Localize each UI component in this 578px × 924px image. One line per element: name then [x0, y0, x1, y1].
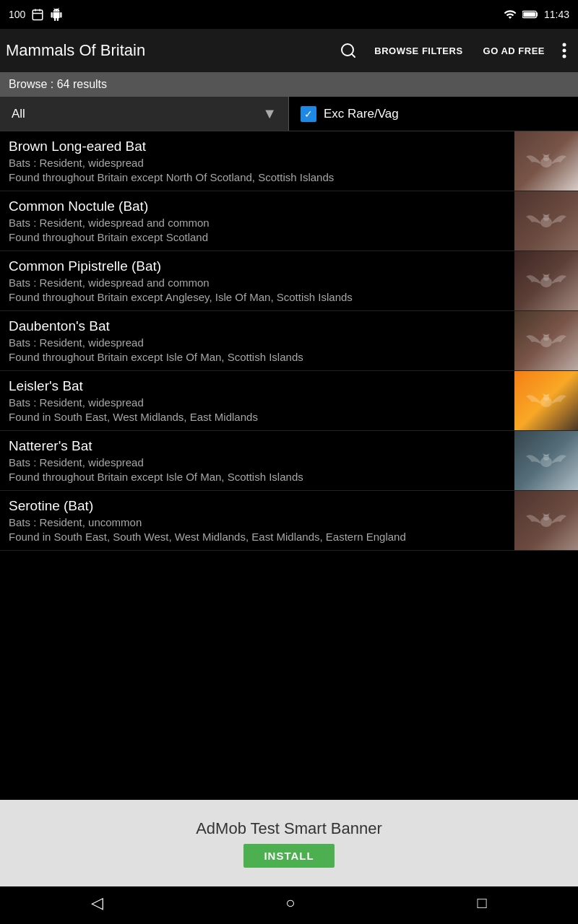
browse-bar: Browse : 64 results [0, 72, 578, 97]
animal-image [514, 191, 578, 250]
recents-button[interactable]: □ [460, 888, 504, 918]
animal-location: Found throughout Britain except North Of… [9, 171, 506, 183]
calendar-icon [31, 8, 44, 21]
more-vert-icon [562, 43, 566, 58]
status-left: 100 [9, 8, 63, 21]
animal-info: Common Pipistrelle (Bat)Bats : Resident,… [0, 251, 514, 310]
exc-rare-checkbox[interactable]: ✓ [301, 106, 316, 122]
browse-results-text: Browse : 64 results [9, 78, 107, 90]
animal-info: Natterer's BatBats : Resident, widesprea… [0, 431, 514, 490]
animal-name: Common Pipistrelle (Bat) [9, 258, 506, 274]
animal-image [514, 251, 578, 310]
animal-list-item[interactable]: Common Pipistrelle (Bat)Bats : Resident,… [0, 251, 578, 311]
animal-list-item[interactable]: Brown Long-eared BatBats : Resident, wid… [0, 131, 578, 191]
status-bar: 100 11:43 [0, 0, 578, 29]
animal-list: Brown Long-eared BatBats : Resident, wid… [0, 131, 578, 800]
install-button[interactable]: INSTALL [243, 844, 334, 868]
animal-location: Found throughout Britain except Scotland [9, 231, 506, 243]
animal-name: Natterer's Bat [9, 438, 506, 454]
animal-location: Found throughout Britain except Anglesey… [9, 291, 506, 303]
go-ad-free-button[interactable]: GO AD FREE [475, 40, 553, 62]
wifi-icon [504, 8, 517, 21]
animal-location: Found throughout Britain except Isle Of … [9, 471, 506, 483]
more-options-button[interactable] [556, 37, 572, 64]
animal-info: Leisler's BatBats : Resident, widespread… [0, 371, 514, 430]
animal-info: Common Noctule (Bat)Bats : Resident, wid… [0, 191, 514, 250]
category-dropdown[interactable]: All ▼ [0, 97, 289, 131]
animal-image [514, 491, 578, 550]
browse-filters-button[interactable]: BROWSE FILTERS [366, 40, 471, 62]
chevron-down-icon: ▼ [262, 105, 277, 122]
animal-list-item[interactable]: Daubenton's BatBats : Resident, widespre… [0, 311, 578, 371]
animal-image [514, 131, 578, 191]
exc-rare-filter[interactable]: ✓ Exc Rare/Vag [289, 97, 578, 131]
home-button[interactable]: ○ [268, 888, 312, 918]
app-bar-actions: BROWSE FILTERS GO AD FREE [334, 36, 572, 65]
animal-info: Serotine (Bat)Bats : Resident, uncommonF… [0, 491, 514, 550]
svg-rect-5 [523, 12, 535, 17]
animal-location: Found throughout Britain except Isle Of … [9, 351, 506, 363]
animal-image [514, 431, 578, 490]
animal-name: Leisler's Bat [9, 378, 506, 394]
exc-rare-label: Exc Rare/Vag [324, 107, 399, 121]
app-title: Mammals Of Britain [6, 41, 334, 60]
animal-name: Brown Long-eared Bat [9, 139, 506, 154]
battery-level: 100 [9, 9, 25, 20]
nav-bar: ◁ ○ □ [0, 886, 578, 920]
back-button[interactable]: ◁ [74, 888, 121, 918]
animal-type: Bats : Resident, uncommon [9, 516, 506, 528]
animal-info: Daubenton's BatBats : Resident, widespre… [0, 311, 514, 370]
animal-info: Brown Long-eared BatBats : Resident, wid… [0, 131, 514, 191]
android-icon [50, 8, 63, 21]
animal-list-item[interactable]: Leisler's BatBats : Resident, widespread… [0, 371, 578, 431]
animal-name: Serotine (Bat) [9, 498, 506, 514]
filter-row: All ▼ ✓ Exc Rare/Vag [0, 97, 578, 131]
dropdown-value: All [12, 107, 25, 121]
status-right: 11:43 [504, 8, 569, 21]
animal-type: Bats : Resident, widespread [9, 157, 506, 169]
animal-type: Bats : Resident, widespread and common [9, 217, 506, 229]
search-icon [340, 42, 357, 59]
svg-rect-0 [33, 10, 43, 20]
animal-image [514, 311, 578, 370]
svg-line-7 [352, 54, 355, 57]
app-bar: Mammals Of Britain BROWSE FILTERS GO AD … [0, 29, 578, 72]
svg-point-9 [563, 49, 566, 53]
animal-type: Bats : Resident, widespread [9, 336, 506, 349]
animal-type: Bats : Resident, widespread and common [9, 276, 506, 289]
animal-type: Bats : Resident, widespread [9, 396, 506, 409]
ad-text: AdMob Test Smart Banner [196, 819, 382, 838]
time-display: 11:43 [544, 9, 569, 20]
battery-icon [522, 8, 538, 21]
animal-image [514, 371, 578, 430]
svg-point-8 [563, 43, 566, 47]
animal-type: Bats : Resident, widespread [9, 456, 506, 468]
animal-location: Found in South East, West Midlands, East… [9, 411, 506, 423]
svg-point-10 [563, 55, 566, 58]
animal-name: Common Noctule (Bat) [9, 199, 506, 214]
animal-list-item[interactable]: Natterer's BatBats : Resident, widesprea… [0, 431, 578, 491]
animal-list-item[interactable]: Common Noctule (Bat)Bats : Resident, wid… [0, 191, 578, 251]
search-button[interactable] [334, 36, 363, 65]
animal-name: Daubenton's Bat [9, 318, 506, 334]
ad-banner: AdMob Test Smart Banner INSTALL [0, 800, 578, 886]
animal-location: Found in South East, South West, West Mi… [9, 531, 506, 543]
animal-list-item[interactable]: Serotine (Bat)Bats : Resident, uncommonF… [0, 491, 578, 551]
